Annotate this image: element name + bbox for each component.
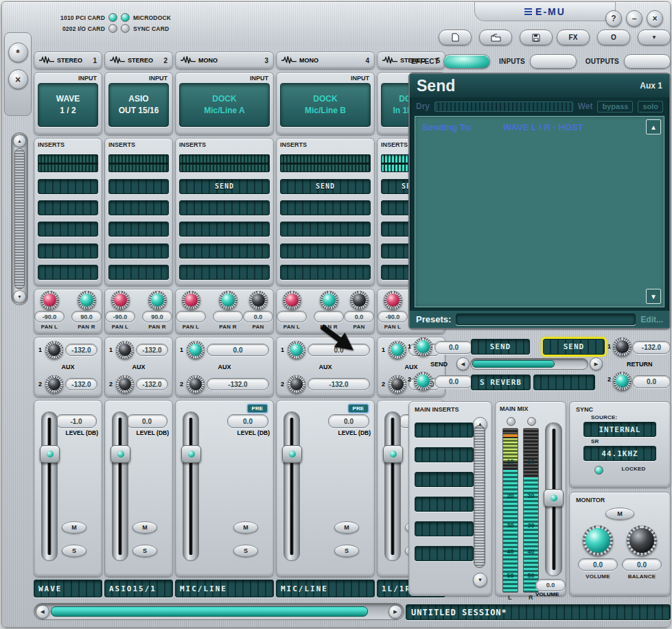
level-fader[interactable] [283, 412, 300, 561]
pre-fader-badge[interactable]: PRE [247, 404, 268, 413]
strip-type-tab[interactable]: STEREO 1 [34, 51, 102, 69]
scribble-strip[interactable]: MIC/LINE [175, 580, 274, 597]
aux-bus1-display[interactable]: SEND [471, 339, 530, 355]
minimize-button[interactable]: – [626, 10, 642, 27]
main-insert-slot[interactable] [415, 447, 474, 462]
pan-knob[interactable] [249, 291, 268, 309]
strip-type-tab[interactable]: MONO 3 [175, 51, 274, 69]
main-insert-slot[interactable] [415, 521, 474, 536]
solo-button[interactable]: S [233, 545, 258, 557]
main-volume-fader[interactable] [545, 423, 562, 576]
insert-slot[interactable] [179, 222, 270, 237]
aux2-knob[interactable] [45, 375, 63, 393]
aux1-effect-display[interactable]: S REVERB [471, 375, 531, 390]
scroll-up-button[interactable]: ▲ [13, 134, 26, 147]
strips-horizontal-scrollbar[interactable]: ◀ ▶ [34, 603, 404, 620]
pan-right-knob[interactable] [320, 291, 338, 309]
insert-slot[interactable] [38, 200, 98, 215]
aux-scroll-left-button[interactable]: ◀ [456, 357, 470, 370]
aux-scroll-thumb[interactable] [472, 360, 555, 368]
aux2-effect-display[interactable] [533, 375, 595, 390]
solo-button[interactable]: S [62, 545, 86, 557]
pan-left-value[interactable] [176, 311, 206, 322]
insert-slot[interactable] [179, 244, 270, 259]
monitor-volume-knob[interactable] [583, 525, 613, 556]
scroll-down-button[interactable]: ▼ [13, 290, 26, 303]
return2-knob[interactable] [613, 372, 632, 390]
insert-slot[interactable] [280, 222, 371, 237]
return1-value[interactable]: -132.0 [632, 341, 671, 354]
aux-send2-value[interactable]: 0.0 [435, 375, 473, 388]
sample-rate-display[interactable]: 44.1KHZ [583, 446, 656, 461]
level-fader[interactable] [183, 412, 199, 561]
insert-slot[interactable]: SEND [179, 179, 270, 194]
pan-value[interactable]: 0.0 [243, 311, 273, 322]
return2-value[interactable]: 0.0 [632, 375, 671, 388]
aux-send2-knob[interactable] [414, 372, 432, 390]
effect-tab-lamp[interactable] [443, 54, 490, 69]
new-session-button[interactable] [439, 29, 472, 45]
new-strip-button[interactable]: * [8, 43, 28, 62]
aux-send1-value[interactable]: 0.0 [435, 341, 473, 354]
fader-thumb[interactable] [383, 445, 403, 463]
hscroll-left-button[interactable]: ◀ [36, 605, 49, 619]
solo-button[interactable]: S [334, 545, 359, 557]
insert-slot[interactable] [38, 222, 98, 237]
inputs-tab-lamp[interactable] [530, 54, 577, 69]
fader-thumb[interactable] [40, 445, 60, 463]
level-value[interactable]: 0.0 [227, 414, 268, 428]
input-display[interactable]: DOCK Mic/Line B [280, 83, 371, 127]
pan-left-value[interactable]: -90.0 [105, 311, 135, 322]
pan-knob[interactable] [350, 291, 369, 309]
main-insert-slot[interactable] [415, 423, 474, 438]
insert-slot[interactable] [280, 244, 371, 259]
insert-slot[interactable] [38, 244, 98, 259]
pan-left-knob[interactable] [182, 291, 200, 309]
open-session-button[interactable] [479, 29, 512, 45]
aux2-value[interactable]: -132.0 [207, 378, 269, 390]
monitor-balance-knob[interactable] [627, 525, 657, 556]
help-button[interactable]: ? [605, 10, 622, 27]
mute-button[interactable]: M [334, 521, 359, 534]
insert-slot[interactable] [108, 222, 169, 237]
tab-effect[interactable]: EFFECT [411, 54, 490, 69]
insert-slot[interactable] [280, 265, 371, 280]
pan-left-knob[interactable] [40, 291, 59, 309]
monitor-volume-value[interactable]: 0.0 [578, 558, 618, 571]
monitor-mute-button[interactable]: M [605, 508, 634, 520]
return1-knob[interactable] [613, 337, 632, 356]
pan-right-knob[interactable] [219, 291, 237, 309]
scribble-strip[interactable]: ASIO15/1 [104, 580, 173, 597]
main-inserts-scrollbar[interactable] [474, 425, 485, 568]
pan-left-knob[interactable] [283, 291, 301, 309]
dry-wet-slider[interactable] [435, 102, 573, 112]
input-display[interactable]: ASIO OUT 15/16 [108, 83, 169, 127]
fader-thumb[interactable] [111, 445, 130, 463]
aux1-knob[interactable] [116, 341, 134, 359]
main-fader-thumb[interactable] [544, 489, 564, 507]
fader-thumb[interactable] [282, 445, 302, 463]
main-inserts-scroll-down-button[interactable]: ▼ [473, 573, 487, 587]
aux1-knob[interactable] [45, 341, 63, 359]
aux1-value[interactable]: -132.0 [65, 344, 97, 356]
insert-slot[interactable] [38, 265, 98, 280]
mute-button[interactable]: M [62, 521, 86, 534]
pan-value[interactable]: 0.0 [344, 311, 374, 322]
insert-slot[interactable] [108, 200, 169, 215]
pan-left-value[interactable]: -90.0 [378, 311, 408, 322]
aux2-knob[interactable] [389, 375, 406, 393]
save-session-button[interactable] [520, 29, 553, 45]
outputs-tab-lamp[interactable] [624, 54, 671, 69]
aux-bus2-display-selected[interactable]: SEND [543, 339, 605, 355]
solo-button[interactable]: S [132, 545, 157, 557]
scribble-strip[interactable]: MIC/LINE [276, 580, 375, 597]
level-fader[interactable] [384, 412, 401, 561]
aux2-value[interactable]: -132.0 [65, 378, 97, 390]
dropdown-button[interactable]: ▼ [638, 29, 671, 45]
aux-bus-scrollbar[interactable] [470, 358, 588, 370]
level-fader[interactable] [112, 412, 128, 561]
main-insert-slot[interactable] [415, 497, 474, 512]
main-insert-slot[interactable] [415, 546, 474, 561]
pan-left-knob[interactable] [111, 291, 130, 309]
insert-slot[interactable]: SEND [280, 179, 371, 194]
